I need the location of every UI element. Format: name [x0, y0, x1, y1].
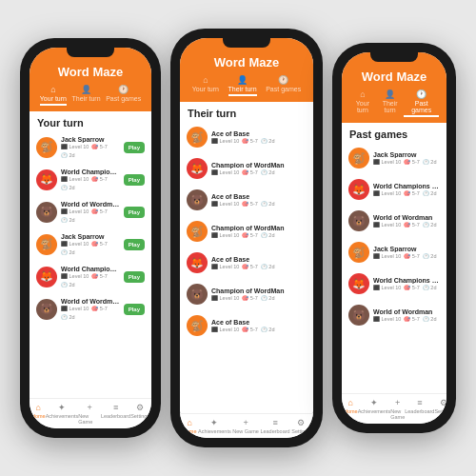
- meta-item: 🕐 2d: [61, 282, 75, 288]
- nav-achievements[interactable]: ✦Achievements: [46, 403, 79, 425]
- tab-your-turn[interactable]: ⌂Your turn: [40, 85, 67, 106]
- nav-settings[interactable]: ⚙Settings: [434, 398, 446, 420]
- player-name: Jack Sparrow: [373, 151, 440, 158]
- game-info: Champion of WordMan⬛ Level 10🎯 5-7🕐 2d: [211, 288, 307, 301]
- game-item: 🐒Ace of Base⬛ Level 10🎯 5-7🕐 2d: [184, 123, 309, 151]
- nav-new game[interactable]: +New Game: [390, 398, 405, 420]
- tab-past-games[interactable]: 🕐Past games: [404, 89, 439, 117]
- game-meta: ⬛ Level 10🎯 5-7🕐 2d: [373, 253, 440, 259]
- tab-label: Their turn: [376, 100, 405, 113]
- nav-label: Leaderboard: [405, 408, 434, 414]
- nav-icon: ≡: [272, 418, 277, 427]
- game-item: 🦊World Champions of the WordGame⬛ Level …: [33, 165, 148, 194]
- nav-home[interactable]: ⌂Home: [344, 398, 358, 420]
- meta-item: ⬛ Level 10: [211, 138, 239, 144]
- meta-item: 🕐 2d: [261, 295, 275, 301]
- meta-item: ⬛ Level 10: [211, 169, 239, 175]
- meta-item: 🎯 5-7: [404, 316, 419, 322]
- meta-item: ⬛ Level 10: [373, 316, 401, 322]
- play-button[interactable]: Play: [124, 174, 145, 186]
- bottom-nav: ⌂Home✦Achievements+New Game≡Leaderboard⚙…: [30, 398, 151, 428]
- game-info: Jack Sparrow⬛ Level 10🎯 5-7🕐 2d: [373, 246, 440, 259]
- game-meta: ⬛ Level 10🎯 5-7🕐 2d: [211, 264, 307, 269]
- game-info: World Champions of the WordGame⬛ Level 1…: [373, 183, 440, 196]
- player-name: World Champions of the WordGame: [61, 169, 120, 175]
- phone-right: Word Maze⌂Your turn👤Their turn🕐Past game…: [332, 43, 456, 433]
- player-name: Champion of WordMan: [211, 288, 307, 294]
- nav-new game[interactable]: +New Game: [78, 403, 101, 425]
- nav-label: Achievements: [358, 408, 391, 414]
- player-name: World of Wordman: [61, 201, 120, 208]
- meta-item: 🎯 5-7: [91, 273, 107, 279]
- avatar: 🦊: [348, 179, 369, 200]
- section-title: Their turn: [180, 102, 313, 123]
- avatar: 🐒: [187, 127, 208, 148]
- game-item: 🦊World Champions of the WordGame⬛ Level …: [346, 269, 443, 298]
- tab-icon: 🕐: [278, 75, 288, 85]
- nav-icon: ⌂: [348, 398, 353, 407]
- player-name: Jack Sparrow: [61, 233, 120, 240]
- meta-item: 🕐 2d: [423, 253, 437, 259]
- tab-past-games[interactable]: 🕐Past games: [266, 75, 301, 96]
- meta-item: ⬛ Level 10: [211, 264, 239, 269]
- play-button[interactable]: Play: [124, 304, 145, 315]
- nav-settings[interactable]: ⚙Settings: [130, 403, 149, 425]
- nav-label: Settings: [130, 413, 149, 419]
- nav-leaderboard[interactable]: ≡Leaderboard: [405, 398, 434, 420]
- game-info: Jack Sparrow⬛ Level 10🎯 5-7🕐 2d: [61, 233, 120, 255]
- play-button[interactable]: Play: [124, 207, 145, 218]
- nav-new game[interactable]: +New Game: [232, 418, 259, 434]
- avatar: 🐒: [36, 234, 57, 255]
- tab-your-turn[interactable]: ⌂Your turn: [349, 89, 376, 117]
- meta-item: 🎯 5-7: [91, 144, 107, 149]
- nav-icon: +: [87, 403, 91, 412]
- tab-past-games[interactable]: 🕐Past games: [106, 85, 141, 106]
- nav-home[interactable]: ⌂Home: [31, 403, 46, 425]
- game-item: 🐒Jack Sparrow⬛ Level 10🎯 5-7🕐 2dPlay: [33, 229, 148, 259]
- meta-item: 🕐 2d: [423, 316, 437, 322]
- avatar: 🦊: [36, 267, 57, 288]
- phone-left: Word Maze⌂Your turn👤Their turn🕐Past game…: [20, 38, 161, 438]
- tab-their-turn[interactable]: 👤Their turn: [376, 89, 405, 117]
- player-name: World Champions of the WordGame: [373, 183, 440, 189]
- play-button[interactable]: Play: [124, 271, 145, 283]
- game-meta: ⬛ Level 10🎯 5-7🕐 2d: [61, 306, 120, 320]
- tab-icon: ⌂: [360, 89, 365, 99]
- nav-achievements[interactable]: ✦Achievements: [358, 398, 391, 420]
- player-name: World Champions of the WordGame: [373, 277, 440, 284]
- avatar: 🐒: [187, 221, 208, 242]
- nav-icon: +: [243, 418, 248, 427]
- nav-leaderboard[interactable]: ≡Leaderboard: [101, 403, 130, 425]
- game-item: 🐻World of Wordman⬛ Level 10🎯 5-7🕐 2d: [346, 207, 443, 235]
- meta-item: 🕐 2d: [423, 222, 437, 228]
- game-meta: ⬛ Level 10🎯 5-7🕐 2d: [61, 241, 120, 255]
- tab-icon: 👤: [385, 89, 395, 99]
- game-info: Ace of Base⬛ Level 10🎯 5-7🕐 2d: [211, 193, 307, 207]
- game-info: World of Wordman⬛ Level 10🎯 5-7🕐 2d: [373, 308, 440, 322]
- meta-item: 🎯 5-7: [404, 253, 419, 259]
- section-title: Past games: [342, 123, 446, 144]
- game-info: Ace of Base⬛ Level 10🎯 5-7🕐 2d: [211, 319, 307, 332]
- avatar: 🦊: [187, 158, 208, 179]
- meta-item: 🎯 5-7: [404, 285, 419, 290]
- nav-leaderboard[interactable]: ≡Leaderboard: [260, 418, 289, 434]
- nav-settings[interactable]: ⚙Settings: [291, 418, 310, 434]
- nav-icon: ⚙: [297, 418, 305, 427]
- tab-your-turn[interactable]: ⌂Your turn: [192, 75, 219, 96]
- game-meta: ⬛ Level 10🎯 5-7🕐 2d: [211, 327, 307, 332]
- meta-item: 🕐 2d: [423, 285, 437, 290]
- nav-label: Settings: [434, 408, 446, 414]
- game-info: World of Wordman⬛ Level 10🎯 5-7🕐 2d: [61, 201, 120, 223]
- tab-their-turn[interactable]: 👤Their turn: [228, 75, 257, 96]
- tab-their-turn[interactable]: 👤Their turn: [72, 85, 101, 106]
- nav-home[interactable]: ⌂Home: [183, 418, 197, 434]
- meta-item: 🎯 5-7: [91, 241, 107, 247]
- play-button[interactable]: Play: [124, 142, 145, 153]
- tab-label: Their turn: [228, 86, 257, 92]
- game-list: 🐒Ace of Base⬛ Level 10🎯 5-7🕐 2d🦊Champion…: [180, 123, 313, 413]
- nav-achievements[interactable]: ✦Achievements: [198, 418, 231, 434]
- notch: [223, 38, 270, 48]
- game-info: Ace of Base⬛ Level 10🎯 5-7🕐 2d: [211, 256, 307, 269]
- avatar: 🐻: [36, 299, 57, 320]
- play-button[interactable]: Play: [124, 239, 145, 250]
